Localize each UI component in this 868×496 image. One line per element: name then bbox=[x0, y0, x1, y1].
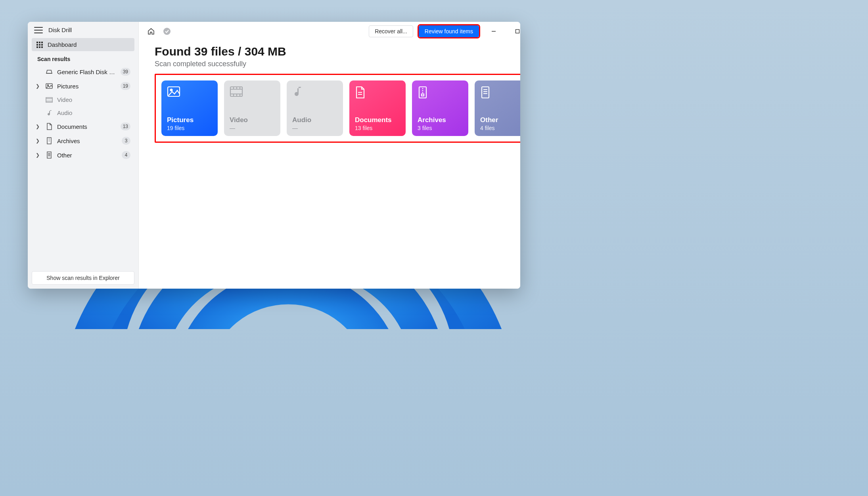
main-panel: Recover all... Review found items Found … bbox=[139, 22, 520, 289]
app-title: Disk Drill bbox=[48, 27, 72, 33]
nav-pictures-count: 19 bbox=[121, 82, 130, 90]
sidebar-section-label: Scan results bbox=[32, 51, 134, 65]
image-icon bbox=[167, 86, 212, 101]
card-title: Other bbox=[480, 116, 520, 124]
card-sub: 13 files bbox=[355, 125, 400, 131]
nav-device-count: 39 bbox=[121, 68, 130, 76]
nav-archives-label: Archives bbox=[57, 138, 118, 144]
sidebar-header: Disk Drill bbox=[28, 22, 138, 38]
nav-audio-label: Audio bbox=[57, 109, 130, 116]
archive-icon bbox=[45, 137, 53, 144]
recover-all-button[interactable]: Recover all... bbox=[369, 25, 413, 37]
category-cards-highlight: Pictures 19 files Video — bbox=[155, 74, 520, 143]
svg-rect-6 bbox=[36, 46, 38, 48]
video-icon bbox=[230, 86, 275, 101]
results-subline: Scan completed successfully bbox=[155, 60, 520, 68]
check-circle-icon[interactable] bbox=[162, 26, 172, 36]
card-title: Archives bbox=[418, 116, 463, 124]
card-pictures[interactable]: Pictures 19 files bbox=[161, 80, 218, 136]
card-archives[interactable]: Archives 3 files bbox=[412, 80, 468, 136]
sidebar: Disk Drill Dashboard Scan results Generi… bbox=[28, 22, 139, 289]
grid-icon bbox=[36, 42, 44, 48]
card-video[interactable]: Video — bbox=[224, 80, 280, 136]
svg-rect-4 bbox=[39, 44, 40, 46]
chevron-right-icon: ❯ bbox=[36, 124, 41, 129]
svg-rect-41 bbox=[422, 94, 424, 96]
card-audio[interactable]: Audio — bbox=[287, 80, 343, 136]
card-documents[interactable]: Documents 13 files bbox=[349, 80, 406, 136]
svg-rect-1 bbox=[39, 42, 40, 43]
maximize-button[interactable] bbox=[508, 23, 520, 39]
svg-point-27 bbox=[171, 89, 172, 91]
minimize-button[interactable] bbox=[485, 23, 503, 39]
nav-device[interactable]: Generic Flash Disk USB D... 39 bbox=[32, 65, 134, 79]
chevron-right-icon: ❯ bbox=[36, 83, 41, 89]
card-title: Documents bbox=[355, 116, 400, 124]
nav-documents-count: 13 bbox=[121, 123, 130, 130]
svg-rect-8 bbox=[41, 46, 43, 48]
svg-rect-2 bbox=[41, 42, 43, 43]
results-headline: Found 39 files / 304 MB bbox=[155, 45, 520, 58]
svg-rect-0 bbox=[36, 42, 38, 43]
image-icon bbox=[45, 83, 53, 89]
audio-icon bbox=[292, 86, 337, 101]
svg-rect-5 bbox=[41, 44, 43, 46]
nav-dashboard[interactable]: Dashboard bbox=[32, 38, 134, 51]
card-title: Video bbox=[230, 116, 275, 124]
home-icon[interactable] bbox=[146, 26, 156, 36]
nav-device-label: Generic Flash Disk USB D... bbox=[57, 69, 117, 75]
show-in-explorer-button[interactable]: Show scan results in Explorer bbox=[32, 271, 134, 285]
document-icon bbox=[355, 86, 400, 101]
card-sub: 4 files bbox=[480, 125, 520, 131]
review-found-items-button[interactable]: Review found items bbox=[419, 25, 479, 37]
nav-archives[interactable]: ❯ Archives 3 bbox=[32, 134, 134, 148]
category-cards: Pictures 19 files Video — bbox=[161, 80, 520, 136]
card-title: Audio bbox=[292, 116, 337, 124]
file-icon bbox=[45, 151, 53, 159]
nav-other-count: 4 bbox=[122, 151, 130, 159]
nav-archives-count: 3 bbox=[122, 137, 130, 145]
app-window: Disk Drill Dashboard Scan results Generi… bbox=[28, 22, 520, 289]
svg-rect-42 bbox=[482, 87, 489, 98]
svg-rect-3 bbox=[36, 44, 38, 46]
document-icon bbox=[45, 123, 53, 130]
content-area: Found 39 files / 304 MB Scan completed s… bbox=[139, 41, 520, 151]
archive-icon bbox=[418, 86, 463, 101]
nav-video-label: Video bbox=[57, 96, 130, 103]
nav-dashboard-label: Dashboard bbox=[48, 41, 130, 48]
nav-video[interactable]: Video bbox=[32, 93, 134, 106]
video-icon bbox=[45, 97, 53, 103]
chevron-right-icon: ❯ bbox=[36, 138, 41, 144]
svg-rect-12 bbox=[46, 98, 52, 102]
svg-point-21 bbox=[163, 28, 171, 35]
drive-icon bbox=[45, 69, 53, 74]
menu-icon[interactable] bbox=[34, 27, 43, 33]
nav-audio[interactable]: Audio bbox=[32, 106, 134, 119]
card-sub: — bbox=[292, 125, 337, 131]
nav-documents-label: Documents bbox=[57, 123, 117, 130]
svg-rect-17 bbox=[47, 152, 51, 158]
nav-other-label: Other bbox=[57, 152, 118, 159]
topbar: Recover all... Review found items bbox=[139, 22, 520, 41]
card-sub: 3 files bbox=[418, 125, 463, 131]
card-title: Pictures bbox=[167, 116, 212, 124]
svg-rect-7 bbox=[39, 46, 40, 48]
file-icon bbox=[480, 86, 520, 101]
chevron-right-icon: ❯ bbox=[36, 152, 41, 158]
card-sub: 19 files bbox=[167, 125, 212, 131]
nav-pictures-label: Pictures bbox=[57, 83, 117, 90]
sidebar-nav: Dashboard Scan results Generic Flash Dis… bbox=[28, 38, 138, 162]
nav-pictures[interactable]: ❯ Pictures 19 bbox=[32, 79, 134, 93]
nav-documents[interactable]: ❯ Documents 13 bbox=[32, 119, 134, 134]
svg-rect-23 bbox=[516, 30, 519, 33]
nav-other[interactable]: ❯ Other 4 bbox=[32, 148, 134, 162]
audio-icon bbox=[45, 110, 53, 116]
card-other[interactable]: Other 4 files bbox=[475, 80, 520, 136]
card-sub: — bbox=[230, 125, 275, 131]
